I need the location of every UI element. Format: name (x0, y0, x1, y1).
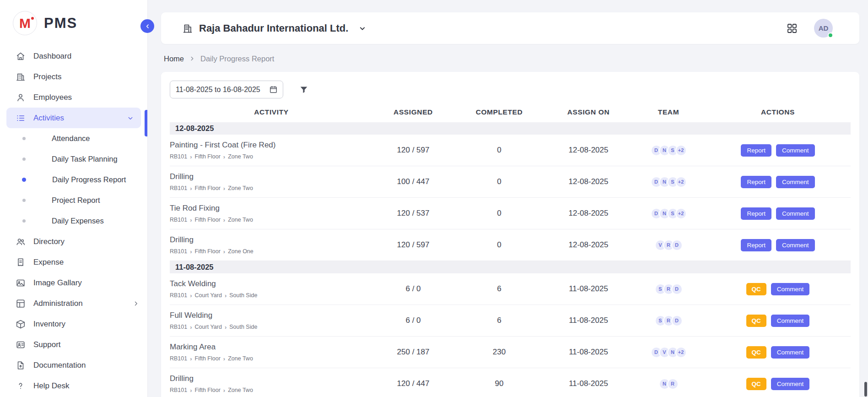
chevron-down-icon (126, 114, 135, 122)
activity-title: Tie Rod Fixing (170, 204, 368, 213)
chevron-right-icon: › (223, 387, 225, 394)
comment-button[interactable]: Comment (776, 144, 815, 157)
comment-button[interactable]: Comment (776, 239, 815, 251)
activity-cell: Painting - First Coat (Fire Red)RB101›Fi… (170, 141, 373, 160)
actions-cell: ReportComment (705, 239, 851, 251)
report-button[interactable]: Report (741, 239, 771, 251)
projects-icon (16, 72, 26, 82)
qc-button[interactable]: QC (746, 283, 766, 295)
activity-location-breadcrumb: RB101›Fifth Floor›Zone One (170, 248, 368, 255)
image-gallery-icon (16, 278, 26, 288)
column-header-actions: ACTIONS (705, 108, 851, 116)
report-button[interactable]: Report (741, 176, 771, 188)
location-part: Fifth Floor (195, 355, 221, 362)
user-avatar[interactable]: AD (814, 19, 833, 38)
sidebar-item-help-desk[interactable]: Help Desk (0, 375, 147, 396)
team-overflow-badge[interactable]: +2 (675, 347, 687, 358)
assigned-cell: 250 / 187 (373, 348, 453, 357)
chevron-right-icon: › (225, 292, 226, 299)
activity-title: Tack Welding (170, 279, 368, 288)
company-name: Raja Bahadur International Ltd. (199, 22, 348, 34)
bullet-icon (22, 158, 26, 161)
location-part: RB101 (170, 387, 187, 393)
sidebar-item-dashboard[interactable]: Dashboard (0, 46, 147, 66)
actions-cell: QCComment (705, 346, 851, 359)
sidebar-subitem-daily-task-planning[interactable]: Daily Task Planning (0, 149, 147, 169)
sidebar-item-label: Image Gallary (33, 278, 82, 288)
qc-button[interactable]: QC (746, 346, 766, 359)
logo-mark-icon: M (13, 11, 37, 35)
activity-title: Full Welding (170, 311, 368, 320)
sidebar-subitem-project-report[interactable]: Project Report (0, 190, 147, 211)
location-part: Fifth Floor (195, 153, 221, 160)
sidebar-item-expense[interactable]: Expense (0, 252, 147, 272)
administration-icon (16, 299, 26, 309)
app-logo[interactable]: M PMS (0, 0, 147, 42)
location-part: Zone Two (228, 185, 253, 191)
date-group-row: 11-08-2025 (170, 261, 851, 273)
comment-button[interactable]: Comment (771, 346, 810, 359)
apps-grid-icon[interactable] (787, 23, 798, 34)
directory-icon (16, 237, 26, 247)
sidebar-subitem-attendance[interactable]: Attendance (0, 128, 147, 149)
filter-funnel-icon[interactable] (299, 85, 309, 95)
employees-icon (16, 92, 26, 103)
team-overflow-badge[interactable]: +2 (675, 208, 687, 219)
sidebar-item-inventory[interactable]: Inventory (0, 314, 147, 334)
sidebar-subitem-daily-expenses[interactable]: Daily Expenses (0, 211, 147, 231)
activity-title: Drilling (170, 235, 368, 245)
report-button[interactable]: Report (741, 144, 771, 157)
qc-button[interactable]: QC (746, 315, 766, 327)
activity-location-breadcrumb: RB101›Fifth Floor›Zone Two (170, 355, 368, 362)
actions-cell: QCComment (705, 378, 851, 390)
sidebar-item-documentation[interactable]: Documentation (0, 355, 147, 375)
comment-button[interactable]: Comment (771, 283, 810, 295)
sidebar-item-employees[interactable]: Employees (0, 87, 147, 108)
comment-button[interactable]: Comment (776, 176, 815, 188)
sidebar-item-administration[interactable]: Administration (0, 293, 147, 314)
chevron-right-icon: › (190, 153, 192, 160)
date-range-input[interactable]: 11-08-2025 to 16-08-2025 (170, 81, 283, 98)
sidebar-item-label: Directory (33, 237, 65, 246)
breadcrumb-home-link[interactable]: Home (164, 54, 184, 63)
team-avatar: D (671, 239, 683, 251)
app-root: M PMS DashboardProjectsEmployeesActiviti… (0, 0, 868, 397)
breadcrumb-current: Daily Progress Report (200, 54, 274, 63)
assigned-cell: 100 / 447 (373, 177, 453, 186)
sidebar-item-directory[interactable]: Directory (0, 231, 147, 252)
sidebar-item-support[interactable]: Support (0, 334, 147, 355)
assign-on-cell: 12-08-2025 (545, 177, 632, 186)
logo-letter: M (19, 16, 31, 30)
location-part: Court Yard (195, 324, 222, 330)
sidebar-collapse-button[interactable] (140, 19, 154, 33)
scrollbar-thumb[interactable] (864, 382, 867, 397)
company-selector[interactable]: Raja Bahadur International Ltd. (182, 22, 367, 34)
bullet-icon (22, 199, 26, 202)
comment-button[interactable]: Comment (771, 315, 810, 327)
chevron-right-icon: › (223, 355, 225, 362)
column-header-assigned: ASSIGNED (373, 108, 453, 116)
chevron-right-icon: › (190, 355, 192, 362)
comment-button[interactable]: Comment (771, 378, 810, 390)
chevron-right-icon: › (190, 324, 192, 331)
assigned-cell: 120 / 537 (373, 209, 453, 218)
team-overflow-badge[interactable]: +2 (675, 145, 687, 156)
team-overflow-badge[interactable]: +2 (675, 176, 687, 188)
sidebar-subitem-daily-progress-report[interactable]: Daily Progress Report (0, 169, 147, 190)
completed-cell: 6 (453, 284, 545, 294)
report-button[interactable]: Report (741, 207, 771, 220)
qc-button[interactable]: QC (746, 378, 766, 390)
column-header-assign-on: ASSIGN ON (545, 108, 632, 116)
sidebar-item-label: Inventory (33, 320, 65, 329)
location-part: South Side (229, 324, 257, 330)
team-cell: DNS+2 (632, 145, 705, 156)
team-avatar: D (671, 283, 683, 295)
sidebar-item-image-gallary[interactable]: Image Gallary (0, 272, 147, 293)
sidebar-item-activities[interactable]: Activities (6, 108, 141, 128)
assign-on-cell: 11-08-2025 (545, 284, 632, 294)
assign-on-cell: 11-08-2025 (545, 348, 632, 357)
sidebar-item-projects[interactable]: Projects (0, 66, 147, 87)
completed-cell: 90 (453, 379, 545, 388)
team-cell: SRD (632, 315, 705, 326)
comment-button[interactable]: Comment (776, 207, 815, 220)
